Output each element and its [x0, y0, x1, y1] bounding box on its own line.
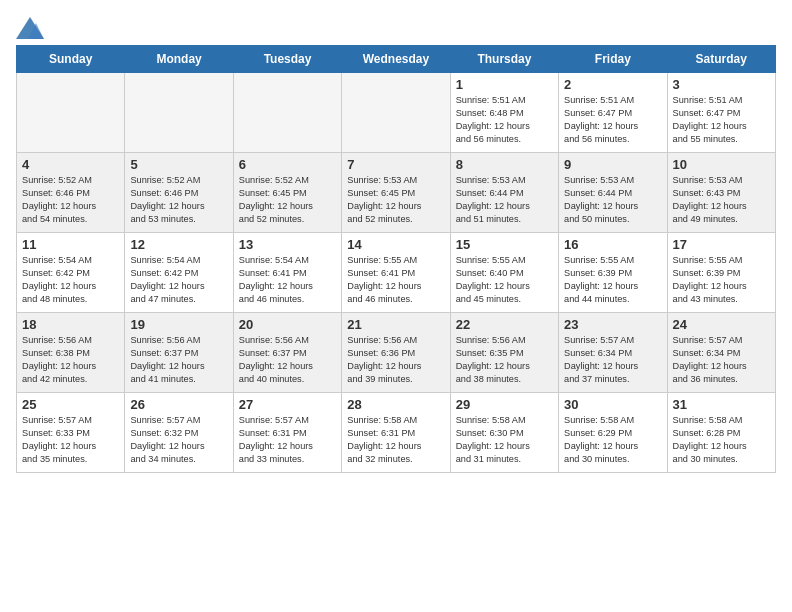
- calendar-cell: 30Sunrise: 5:58 AM Sunset: 6:29 PM Dayli…: [559, 393, 667, 473]
- day-info: Sunrise: 5:58 AM Sunset: 6:31 PM Dayligh…: [347, 414, 444, 466]
- day-info: Sunrise: 5:54 AM Sunset: 6:42 PM Dayligh…: [22, 254, 119, 306]
- day-number: 20: [239, 317, 336, 332]
- day-number: 24: [673, 317, 770, 332]
- calendar-cell: 4Sunrise: 5:52 AM Sunset: 6:46 PM Daylig…: [17, 153, 125, 233]
- calendar-body: 1Sunrise: 5:51 AM Sunset: 6:48 PM Daylig…: [17, 73, 776, 473]
- day-info: Sunrise: 5:58 AM Sunset: 6:30 PM Dayligh…: [456, 414, 553, 466]
- calendar-cell: 25Sunrise: 5:57 AM Sunset: 6:33 PM Dayli…: [17, 393, 125, 473]
- day-number: 14: [347, 237, 444, 252]
- day-info: Sunrise: 5:56 AM Sunset: 6:37 PM Dayligh…: [239, 334, 336, 386]
- calendar-cell: 23Sunrise: 5:57 AM Sunset: 6:34 PM Dayli…: [559, 313, 667, 393]
- calendar-cell: 22Sunrise: 5:56 AM Sunset: 6:35 PM Dayli…: [450, 313, 558, 393]
- calendar-cell: 18Sunrise: 5:56 AM Sunset: 6:38 PM Dayli…: [17, 313, 125, 393]
- calendar-cell: 20Sunrise: 5:56 AM Sunset: 6:37 PM Dayli…: [233, 313, 341, 393]
- day-header-thursday: Thursday: [450, 46, 558, 73]
- day-number: 16: [564, 237, 661, 252]
- day-number: 13: [239, 237, 336, 252]
- day-number: 8: [456, 157, 553, 172]
- page-header: [16, 16, 776, 37]
- day-number: 11: [22, 237, 119, 252]
- day-header-wednesday: Wednesday: [342, 46, 450, 73]
- day-number: 26: [130, 397, 227, 412]
- day-number: 28: [347, 397, 444, 412]
- calendar-cell: 29Sunrise: 5:58 AM Sunset: 6:30 PM Dayli…: [450, 393, 558, 473]
- calendar-cell: 6Sunrise: 5:52 AM Sunset: 6:45 PM Daylig…: [233, 153, 341, 233]
- day-number: 22: [456, 317, 553, 332]
- day-info: Sunrise: 5:56 AM Sunset: 6:38 PM Dayligh…: [22, 334, 119, 386]
- day-info: Sunrise: 5:55 AM Sunset: 6:41 PM Dayligh…: [347, 254, 444, 306]
- day-number: 17: [673, 237, 770, 252]
- calendar-cell: [233, 73, 341, 153]
- day-number: 19: [130, 317, 227, 332]
- calendar-week-2: 4Sunrise: 5:52 AM Sunset: 6:46 PM Daylig…: [17, 153, 776, 233]
- day-header-tuesday: Tuesday: [233, 46, 341, 73]
- day-number: 1: [456, 77, 553, 92]
- calendar-header-row: SundayMondayTuesdayWednesdayThursdayFrid…: [17, 46, 776, 73]
- calendar-cell: 11Sunrise: 5:54 AM Sunset: 6:42 PM Dayli…: [17, 233, 125, 313]
- day-number: 4: [22, 157, 119, 172]
- day-number: 21: [347, 317, 444, 332]
- calendar-cell: 2Sunrise: 5:51 AM Sunset: 6:47 PM Daylig…: [559, 73, 667, 153]
- day-number: 23: [564, 317, 661, 332]
- day-info: Sunrise: 5:57 AM Sunset: 6:34 PM Dayligh…: [564, 334, 661, 386]
- logo: [16, 16, 48, 37]
- day-info: Sunrise: 5:54 AM Sunset: 6:41 PM Dayligh…: [239, 254, 336, 306]
- calendar-cell: 24Sunrise: 5:57 AM Sunset: 6:34 PM Dayli…: [667, 313, 775, 393]
- calendar-cell: [342, 73, 450, 153]
- logo-icon: [16, 17, 44, 37]
- day-info: Sunrise: 5:57 AM Sunset: 6:33 PM Dayligh…: [22, 414, 119, 466]
- calendar-cell: 31Sunrise: 5:58 AM Sunset: 6:28 PM Dayli…: [667, 393, 775, 473]
- day-info: Sunrise: 5:52 AM Sunset: 6:45 PM Dayligh…: [239, 174, 336, 226]
- calendar-cell: [17, 73, 125, 153]
- day-info: Sunrise: 5:57 AM Sunset: 6:31 PM Dayligh…: [239, 414, 336, 466]
- day-header-sunday: Sunday: [17, 46, 125, 73]
- calendar-cell: 28Sunrise: 5:58 AM Sunset: 6:31 PM Dayli…: [342, 393, 450, 473]
- day-number: 5: [130, 157, 227, 172]
- day-number: 6: [239, 157, 336, 172]
- calendar-week-4: 18Sunrise: 5:56 AM Sunset: 6:38 PM Dayli…: [17, 313, 776, 393]
- day-number: 12: [130, 237, 227, 252]
- day-info: Sunrise: 5:52 AM Sunset: 6:46 PM Dayligh…: [130, 174, 227, 226]
- calendar-cell: 1Sunrise: 5:51 AM Sunset: 6:48 PM Daylig…: [450, 73, 558, 153]
- calendar-cell: [125, 73, 233, 153]
- day-info: Sunrise: 5:53 AM Sunset: 6:45 PM Dayligh…: [347, 174, 444, 226]
- calendar-cell: 9Sunrise: 5:53 AM Sunset: 6:44 PM Daylig…: [559, 153, 667, 233]
- day-info: Sunrise: 5:56 AM Sunset: 6:37 PM Dayligh…: [130, 334, 227, 386]
- day-info: Sunrise: 5:53 AM Sunset: 6:44 PM Dayligh…: [564, 174, 661, 226]
- day-info: Sunrise: 5:51 AM Sunset: 6:47 PM Dayligh…: [673, 94, 770, 146]
- day-info: Sunrise: 5:56 AM Sunset: 6:35 PM Dayligh…: [456, 334, 553, 386]
- calendar-cell: 3Sunrise: 5:51 AM Sunset: 6:47 PM Daylig…: [667, 73, 775, 153]
- calendar-cell: 8Sunrise: 5:53 AM Sunset: 6:44 PM Daylig…: [450, 153, 558, 233]
- calendar-cell: 13Sunrise: 5:54 AM Sunset: 6:41 PM Dayli…: [233, 233, 341, 313]
- calendar-week-5: 25Sunrise: 5:57 AM Sunset: 6:33 PM Dayli…: [17, 393, 776, 473]
- day-number: 30: [564, 397, 661, 412]
- calendar-table: SundayMondayTuesdayWednesdayThursdayFrid…: [16, 45, 776, 473]
- day-info: Sunrise: 5:55 AM Sunset: 6:39 PM Dayligh…: [564, 254, 661, 306]
- calendar-cell: 15Sunrise: 5:55 AM Sunset: 6:40 PM Dayli…: [450, 233, 558, 313]
- day-number: 3: [673, 77, 770, 92]
- day-info: Sunrise: 5:54 AM Sunset: 6:42 PM Dayligh…: [130, 254, 227, 306]
- day-number: 7: [347, 157, 444, 172]
- day-info: Sunrise: 5:52 AM Sunset: 6:46 PM Dayligh…: [22, 174, 119, 226]
- calendar-cell: 12Sunrise: 5:54 AM Sunset: 6:42 PM Dayli…: [125, 233, 233, 313]
- day-number: 31: [673, 397, 770, 412]
- calendar-cell: 27Sunrise: 5:57 AM Sunset: 6:31 PM Dayli…: [233, 393, 341, 473]
- day-info: Sunrise: 5:55 AM Sunset: 6:40 PM Dayligh…: [456, 254, 553, 306]
- day-info: Sunrise: 5:51 AM Sunset: 6:47 PM Dayligh…: [564, 94, 661, 146]
- day-info: Sunrise: 5:56 AM Sunset: 6:36 PM Dayligh…: [347, 334, 444, 386]
- calendar-cell: 19Sunrise: 5:56 AM Sunset: 6:37 PM Dayli…: [125, 313, 233, 393]
- calendar-cell: 10Sunrise: 5:53 AM Sunset: 6:43 PM Dayli…: [667, 153, 775, 233]
- day-number: 2: [564, 77, 661, 92]
- day-info: Sunrise: 5:55 AM Sunset: 6:39 PM Dayligh…: [673, 254, 770, 306]
- day-info: Sunrise: 5:51 AM Sunset: 6:48 PM Dayligh…: [456, 94, 553, 146]
- day-number: 10: [673, 157, 770, 172]
- day-number: 29: [456, 397, 553, 412]
- calendar-week-3: 11Sunrise: 5:54 AM Sunset: 6:42 PM Dayli…: [17, 233, 776, 313]
- day-number: 25: [22, 397, 119, 412]
- calendar-cell: 7Sunrise: 5:53 AM Sunset: 6:45 PM Daylig…: [342, 153, 450, 233]
- calendar-cell: 21Sunrise: 5:56 AM Sunset: 6:36 PM Dayli…: [342, 313, 450, 393]
- calendar-week-1: 1Sunrise: 5:51 AM Sunset: 6:48 PM Daylig…: [17, 73, 776, 153]
- calendar-cell: 26Sunrise: 5:57 AM Sunset: 6:32 PM Dayli…: [125, 393, 233, 473]
- day-info: Sunrise: 5:57 AM Sunset: 6:32 PM Dayligh…: [130, 414, 227, 466]
- calendar-cell: 14Sunrise: 5:55 AM Sunset: 6:41 PM Dayli…: [342, 233, 450, 313]
